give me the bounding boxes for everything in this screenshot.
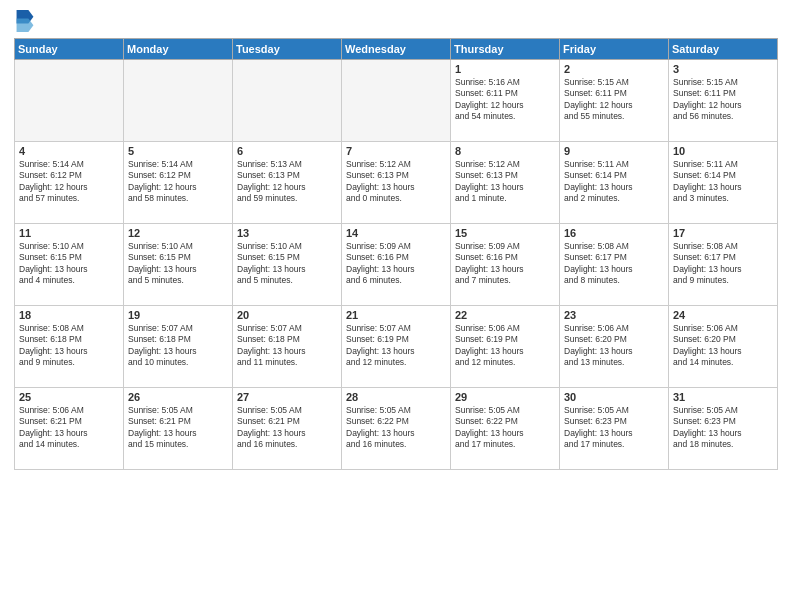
day-info: Sunrise: 5:14 AM Sunset: 6:12 PM Dayligh…	[19, 159, 119, 205]
day-info: Sunrise: 5:10 AM Sunset: 6:15 PM Dayligh…	[237, 241, 337, 287]
day-number: 27	[237, 391, 337, 403]
weekday-header: Tuesday	[233, 39, 342, 60]
calendar-day-cell: 6Sunrise: 5:13 AM Sunset: 6:13 PM Daylig…	[233, 142, 342, 224]
day-info: Sunrise: 5:10 AM Sunset: 6:15 PM Dayligh…	[128, 241, 228, 287]
day-info: Sunrise: 5:05 AM Sunset: 6:22 PM Dayligh…	[346, 405, 446, 451]
day-number: 29	[455, 391, 555, 403]
calendar-day-cell: 2Sunrise: 5:15 AM Sunset: 6:11 PM Daylig…	[560, 60, 669, 142]
calendar-day-cell: 8Sunrise: 5:12 AM Sunset: 6:13 PM Daylig…	[451, 142, 560, 224]
day-info: Sunrise: 5:05 AM Sunset: 6:21 PM Dayligh…	[128, 405, 228, 451]
calendar-day-cell: 19Sunrise: 5:07 AM Sunset: 6:18 PM Dayli…	[124, 306, 233, 388]
day-info: Sunrise: 5:14 AM Sunset: 6:12 PM Dayligh…	[128, 159, 228, 205]
calendar-day-cell: 17Sunrise: 5:08 AM Sunset: 6:17 PM Dayli…	[669, 224, 778, 306]
calendar-day-cell: 14Sunrise: 5:09 AM Sunset: 6:16 PM Dayli…	[342, 224, 451, 306]
day-number: 23	[564, 309, 664, 321]
day-number: 5	[128, 145, 228, 157]
day-info: Sunrise: 5:11 AM Sunset: 6:14 PM Dayligh…	[673, 159, 773, 205]
day-info: Sunrise: 5:07 AM Sunset: 6:19 PM Dayligh…	[346, 323, 446, 369]
calendar-day-cell: 4Sunrise: 5:14 AM Sunset: 6:12 PM Daylig…	[15, 142, 124, 224]
day-info: Sunrise: 5:08 AM Sunset: 6:18 PM Dayligh…	[19, 323, 119, 369]
weekday-header: Thursday	[451, 39, 560, 60]
day-info: Sunrise: 5:16 AM Sunset: 6:11 PM Dayligh…	[455, 77, 555, 123]
calendar-day-cell: 5Sunrise: 5:14 AM Sunset: 6:12 PM Daylig…	[124, 142, 233, 224]
weekday-header-row: SundayMondayTuesdayWednesdayThursdayFrid…	[15, 39, 778, 60]
day-info: Sunrise: 5:12 AM Sunset: 6:13 PM Dayligh…	[455, 159, 555, 205]
day-info: Sunrise: 5:06 AM Sunset: 6:20 PM Dayligh…	[564, 323, 664, 369]
weekday-header: Friday	[560, 39, 669, 60]
calendar-day-cell: 3Sunrise: 5:15 AM Sunset: 6:11 PM Daylig…	[669, 60, 778, 142]
day-number: 13	[237, 227, 337, 239]
day-number: 25	[19, 391, 119, 403]
logo-icon	[16, 10, 34, 32]
day-number: 1	[455, 63, 555, 75]
calendar-week-row: 11Sunrise: 5:10 AM Sunset: 6:15 PM Dayli…	[15, 224, 778, 306]
day-info: Sunrise: 5:09 AM Sunset: 6:16 PM Dayligh…	[455, 241, 555, 287]
day-number: 20	[237, 309, 337, 321]
svg-marker-1	[17, 18, 34, 32]
day-number: 28	[346, 391, 446, 403]
day-info: Sunrise: 5:13 AM Sunset: 6:13 PM Dayligh…	[237, 159, 337, 205]
day-number: 15	[455, 227, 555, 239]
calendar-day-cell: 29Sunrise: 5:05 AM Sunset: 6:22 PM Dayli…	[451, 388, 560, 470]
calendar-week-row: 1Sunrise: 5:16 AM Sunset: 6:11 PM Daylig…	[15, 60, 778, 142]
day-number: 4	[19, 145, 119, 157]
day-number: 9	[564, 145, 664, 157]
day-info: Sunrise: 5:05 AM Sunset: 6:21 PM Dayligh…	[237, 405, 337, 451]
calendar-day-cell: 7Sunrise: 5:12 AM Sunset: 6:13 PM Daylig…	[342, 142, 451, 224]
calendar-day-cell: 31Sunrise: 5:05 AM Sunset: 6:23 PM Dayli…	[669, 388, 778, 470]
day-number: 30	[564, 391, 664, 403]
day-info: Sunrise: 5:11 AM Sunset: 6:14 PM Dayligh…	[564, 159, 664, 205]
calendar-day-cell: 21Sunrise: 5:07 AM Sunset: 6:19 PM Dayli…	[342, 306, 451, 388]
day-number: 19	[128, 309, 228, 321]
calendar-day-cell: 10Sunrise: 5:11 AM Sunset: 6:14 PM Dayli…	[669, 142, 778, 224]
day-info: Sunrise: 5:10 AM Sunset: 6:15 PM Dayligh…	[19, 241, 119, 287]
calendar-day-cell: 12Sunrise: 5:10 AM Sunset: 6:15 PM Dayli…	[124, 224, 233, 306]
calendar-day-cell	[342, 60, 451, 142]
day-number: 17	[673, 227, 773, 239]
calendar-day-cell	[124, 60, 233, 142]
day-number: 31	[673, 391, 773, 403]
calendar-day-cell: 24Sunrise: 5:06 AM Sunset: 6:20 PM Dayli…	[669, 306, 778, 388]
day-info: Sunrise: 5:06 AM Sunset: 6:21 PM Dayligh…	[19, 405, 119, 451]
day-number: 24	[673, 309, 773, 321]
calendar-day-cell: 11Sunrise: 5:10 AM Sunset: 6:15 PM Dayli…	[15, 224, 124, 306]
calendar-day-cell: 20Sunrise: 5:07 AM Sunset: 6:18 PM Dayli…	[233, 306, 342, 388]
day-number: 21	[346, 309, 446, 321]
header	[14, 10, 778, 32]
calendar-day-cell	[233, 60, 342, 142]
day-info: Sunrise: 5:05 AM Sunset: 6:23 PM Dayligh…	[564, 405, 664, 451]
day-info: Sunrise: 5:08 AM Sunset: 6:17 PM Dayligh…	[673, 241, 773, 287]
calendar-week-row: 4Sunrise: 5:14 AM Sunset: 6:12 PM Daylig…	[15, 142, 778, 224]
calendar-day-cell: 22Sunrise: 5:06 AM Sunset: 6:19 PM Dayli…	[451, 306, 560, 388]
day-number: 22	[455, 309, 555, 321]
calendar-day-cell: 16Sunrise: 5:08 AM Sunset: 6:17 PM Dayli…	[560, 224, 669, 306]
day-number: 26	[128, 391, 228, 403]
calendar-day-cell: 23Sunrise: 5:06 AM Sunset: 6:20 PM Dayli…	[560, 306, 669, 388]
day-number: 10	[673, 145, 773, 157]
calendar-day-cell: 1Sunrise: 5:16 AM Sunset: 6:11 PM Daylig…	[451, 60, 560, 142]
weekday-header: Wednesday	[342, 39, 451, 60]
day-number: 2	[564, 63, 664, 75]
logo	[14, 10, 34, 32]
calendar-day-cell	[15, 60, 124, 142]
weekday-header: Saturday	[669, 39, 778, 60]
day-info: Sunrise: 5:15 AM Sunset: 6:11 PM Dayligh…	[564, 77, 664, 123]
calendar-day-cell: 9Sunrise: 5:11 AM Sunset: 6:14 PM Daylig…	[560, 142, 669, 224]
weekday-header: Sunday	[15, 39, 124, 60]
calendar-day-cell: 30Sunrise: 5:05 AM Sunset: 6:23 PM Dayli…	[560, 388, 669, 470]
day-info: Sunrise: 5:09 AM Sunset: 6:16 PM Dayligh…	[346, 241, 446, 287]
calendar-day-cell: 27Sunrise: 5:05 AM Sunset: 6:21 PM Dayli…	[233, 388, 342, 470]
calendar: SundayMondayTuesdayWednesdayThursdayFrid…	[14, 38, 778, 470]
day-info: Sunrise: 5:12 AM Sunset: 6:13 PM Dayligh…	[346, 159, 446, 205]
day-number: 16	[564, 227, 664, 239]
day-number: 8	[455, 145, 555, 157]
day-number: 6	[237, 145, 337, 157]
calendar-week-row: 25Sunrise: 5:06 AM Sunset: 6:21 PM Dayli…	[15, 388, 778, 470]
day-info: Sunrise: 5:05 AM Sunset: 6:23 PM Dayligh…	[673, 405, 773, 451]
day-number: 18	[19, 309, 119, 321]
day-info: Sunrise: 5:05 AM Sunset: 6:22 PM Dayligh…	[455, 405, 555, 451]
day-number: 7	[346, 145, 446, 157]
calendar-day-cell: 13Sunrise: 5:10 AM Sunset: 6:15 PM Dayli…	[233, 224, 342, 306]
calendar-day-cell: 18Sunrise: 5:08 AM Sunset: 6:18 PM Dayli…	[15, 306, 124, 388]
day-number: 3	[673, 63, 773, 75]
